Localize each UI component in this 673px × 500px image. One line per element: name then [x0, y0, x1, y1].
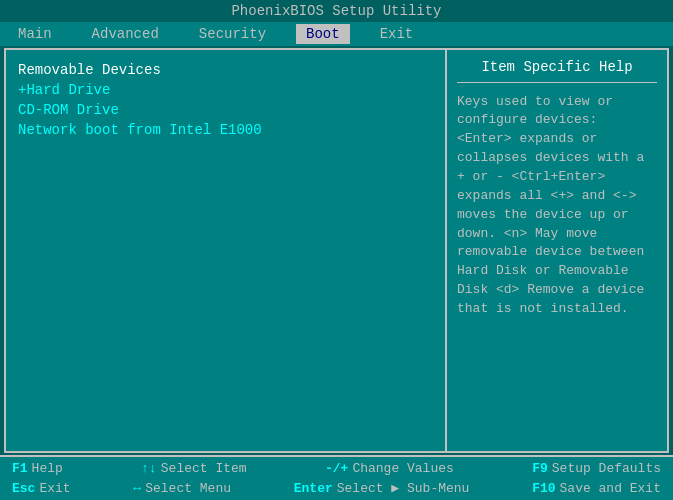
footer-key-label: -/+: [325, 461, 348, 476]
menu-item-security[interactable]: Security: [189, 24, 276, 44]
menu-item-main[interactable]: Main: [8, 24, 62, 44]
footer-key-label: F10: [532, 481, 555, 496]
footer: F1Help↑↓Select Item-/+Change ValuesF9Set…: [0, 455, 673, 500]
footer-key-label: ↑↓: [141, 461, 157, 476]
footer-key-: ↔Select Menu: [129, 479, 235, 497]
boot-item-1[interactable]: +Hard Drive: [14, 80, 437, 100]
footer-key-: ↑↓Select Item: [137, 460, 250, 477]
footer-key-label: ↔: [133, 481, 141, 496]
footer-key-Esc: EscExit: [8, 479, 75, 497]
footer-key-desc: Change Values: [352, 461, 453, 476]
menu-bar[interactable]: MainAdvancedSecurityBootExit: [0, 22, 673, 46]
boot-order-panel: Removable Devices+Hard Drive CD-ROM Driv…: [6, 50, 447, 451]
footer-key-desc: Save and Exit: [560, 481, 661, 496]
footer-key-desc: Select Item: [161, 461, 247, 476]
menu-item-boot[interactable]: Boot: [296, 24, 350, 44]
menu-item-exit[interactable]: Exit: [370, 24, 424, 44]
boot-item-3[interactable]: Network boot from Intel E1000: [14, 120, 437, 140]
footer-key-F9: F9Setup Defaults: [528, 460, 665, 477]
help-title: Item Specific Help: [457, 58, 657, 83]
help-text: Keys used to view or configure devices: …: [457, 93, 657, 319]
footer-key-label: F9: [532, 461, 548, 476]
footer-key-label: F1: [12, 461, 28, 476]
menu-item-advanced[interactable]: Advanced: [82, 24, 169, 44]
footer-key-desc: Select ▶ Sub-Menu: [337, 480, 470, 496]
footer-key-desc: Exit: [39, 481, 70, 496]
footer-key-Enter: EnterSelect ▶ Sub-Menu: [290, 479, 474, 497]
boot-item-2[interactable]: CD-ROM Drive: [14, 100, 437, 120]
content-area: Removable Devices+Hard Drive CD-ROM Driv…: [4, 48, 669, 453]
footer-key-label: Enter: [294, 481, 333, 496]
footer-top-row: F1Help↑↓Select Item-/+Change ValuesF9Set…: [8, 459, 665, 478]
footer-key-F10: F10Save and Exit: [528, 479, 665, 497]
footer-bottom-row: EscExit↔Select MenuEnterSelect ▶ Sub-Men…: [8, 478, 665, 498]
footer-key-F1: F1Help: [8, 460, 67, 477]
footer-key-: -/+Change Values: [321, 460, 458, 477]
bios-setup-utility: PhoenixBIOS Setup Utility MainAdvancedSe…: [0, 0, 673, 500]
footer-key-desc: Setup Defaults: [552, 461, 661, 476]
boot-item-0[interactable]: Removable Devices: [14, 60, 437, 80]
footer-key-label: Esc: [12, 481, 35, 496]
footer-key-desc: Help: [32, 461, 63, 476]
app-title: PhoenixBIOS Setup Utility: [231, 3, 441, 19]
help-panel: Item Specific Help Keys used to view or …: [447, 50, 667, 451]
title-bar: PhoenixBIOS Setup Utility: [0, 0, 673, 22]
footer-key-desc: Select Menu: [145, 481, 231, 496]
